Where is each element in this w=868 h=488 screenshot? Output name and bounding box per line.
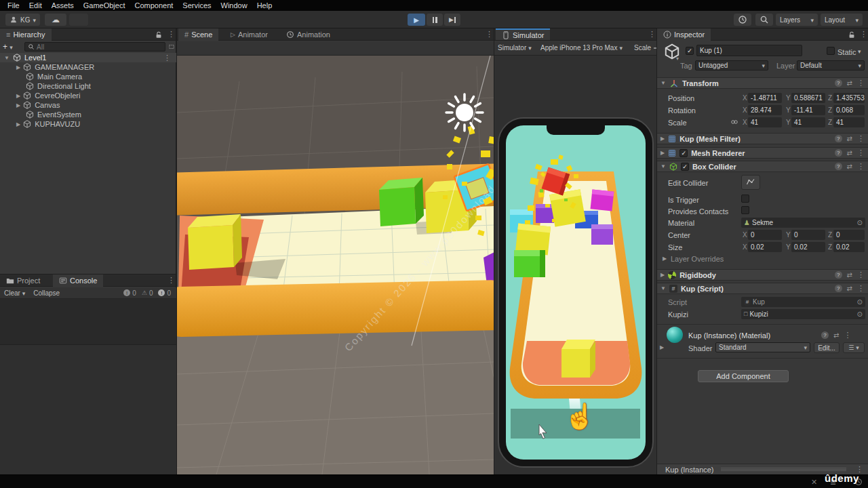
- console-log-list[interactable]: [0, 299, 176, 344]
- rotation-x-field[interactable]: 28.474: [748, 105, 782, 115]
- foldout-icon[interactable]: ▶: [663, 256, 667, 262]
- help-icon[interactable]: ?: [835, 79, 842, 87]
- tree-item-eventsystem[interactable]: EventSystem: [0, 110, 176, 119]
- tab-scene[interactable]: #Scene: [178, 28, 218, 41]
- scene-row-level1[interactable]: ▼ Level1: [0, 53, 176, 62]
- scene-menu-icon[interactable]: [163, 54, 171, 62]
- hierarchy-menu-icon[interactable]: [167, 30, 175, 39]
- warning-count-badge[interactable]: ⚠0: [142, 289, 153, 297]
- lock-icon[interactable]: [848, 30, 856, 39]
- layer-overrides-label[interactable]: Layer Overrides: [671, 255, 724, 263]
- menu-help[interactable]: Help: [252, 1, 277, 9]
- clear-button[interactable]: Clear: [4, 289, 25, 297]
- preset-icon[interactable]: ⇄: [847, 163, 852, 170]
- info-count-badge[interactable]: !0: [123, 289, 136, 297]
- foldout-icon[interactable]: ▶: [16, 93, 20, 99]
- enabled-checkbox[interactable]: [681, 163, 689, 171]
- foldout-icon[interactable]: ▼: [4, 55, 9, 61]
- component-menu-icon[interactable]: [857, 134, 865, 143]
- simulator-menu-icon[interactable]: [648, 30, 656, 39]
- is-trigger-checkbox[interactable]: [741, 195, 749, 203]
- search-everywhere-button[interactable]: [755, 14, 773, 26]
- tab-inspector[interactable]: Inspector: [657, 28, 711, 41]
- inspector-menu-icon[interactable]: [860, 30, 867, 39]
- tree-item-gamemanager[interactable]: ▶GAMEMANAGER: [0, 62, 176, 72]
- foldout-icon[interactable]: ▶: [16, 102, 20, 108]
- help-icon[interactable]: ?: [821, 331, 829, 339]
- tree-item-canvas[interactable]: ▶Canvas: [0, 100, 176, 110]
- provides-contacts-checkbox[interactable]: [741, 206, 749, 214]
- component-menu-icon[interactable]: [844, 331, 851, 340]
- help-icon[interactable]: ?: [835, 163, 842, 170]
- layout-dropdown[interactable]: Layout: [821, 14, 863, 26]
- hierarchy-search-input[interactable]: [37, 43, 145, 51]
- scale-x-field[interactable]: 41: [748, 117, 782, 127]
- menu-gameobject[interactable]: GameObject: [79, 1, 130, 9]
- menu-edit[interactable]: Edit: [24, 1, 47, 9]
- lock-icon[interactable]: [155, 30, 163, 39]
- foldout-icon[interactable]: ▼: [660, 285, 666, 291]
- foldout-icon[interactable]: ▶: [16, 121, 20, 127]
- add-component-button[interactable]: Add Component: [698, 370, 789, 382]
- tab-console[interactable]: Console: [53, 274, 103, 287]
- position-y-field[interactable]: 0.588671: [791, 93, 825, 103]
- error-count-badge[interactable]: !0: [158, 289, 171, 297]
- preset-icon[interactable]: ⇄: [847, 271, 852, 279]
- help-icon[interactable]: ?: [835, 149, 842, 157]
- shader-edit-button[interactable]: Edit...: [814, 342, 840, 353]
- kupizi-object-field[interactable]: □Kupizi⊙: [741, 309, 865, 319]
- material-options-button[interactable]: ☰: [843, 342, 865, 353]
- component-menu-icon[interactable]: [857, 148, 865, 157]
- position-x-field[interactable]: -1.48711: [748, 93, 782, 103]
- tab-project[interactable]: Project: [0, 274, 46, 287]
- icon-picker-caret[interactable]: ▾: [676, 56, 679, 62]
- menu-services[interactable]: Services: [178, 1, 216, 9]
- center-x-field[interactable]: 0: [748, 230, 782, 240]
- foldout-icon[interactable]: ▶: [660, 150, 665, 156]
- pause-button[interactable]: [427, 14, 443, 26]
- center-z-field[interactable]: 0: [833, 230, 865, 240]
- menu-window[interactable]: Window: [216, 1, 252, 9]
- create-object-button[interactable]: +: [3, 42, 13, 52]
- drag-handle[interactable]: [721, 468, 846, 471]
- undo-history-button[interactable]: [734, 14, 751, 26]
- tab-simulator[interactable]: Simulator: [496, 28, 550, 40]
- help-icon[interactable]: ?: [835, 135, 842, 142]
- enabled-checkbox[interactable]: [679, 149, 688, 157]
- tab-animation[interactable]: Animation: [280, 28, 336, 41]
- shader-dropdown[interactable]: Standard: [715, 342, 810, 352]
- phone-screen-game-view[interactable]: ☝: [506, 125, 646, 460]
- console-menu-icon[interactable]: [167, 276, 175, 285]
- foldout-icon[interactable]: ▶: [16, 64, 20, 70]
- physic-material-field[interactable]: ♟Sekme⊙: [741, 218, 865, 228]
- debugger-icon[interactable]: ✕: [811, 478, 817, 487]
- static-caret-icon[interactable]: [858, 47, 861, 55]
- component-menu-icon[interactable]: [857, 162, 865, 171]
- tag-dropdown[interactable]: Untagged: [695, 60, 768, 70]
- position-z-field[interactable]: 1.435753: [833, 93, 865, 103]
- box-collider-header[interactable]: ▼ Box Collider ?⇄: [657, 161, 868, 172]
- script-object-field[interactable]: #Kup⊙: [741, 297, 865, 307]
- mesh-renderer-header[interactable]: ▶ Mesh Renderer ?⇄: [657, 147, 868, 159]
- transform-header[interactable]: ▼ Transform ?⇄: [657, 77, 868, 89]
- static-checkbox[interactable]: [827, 47, 835, 55]
- foldout-icon[interactable]: ▶: [660, 272, 665, 278]
- foldout-icon[interactable]: ▼: [660, 163, 666, 169]
- tree-item-directional-light[interactable]: Directional Light: [0, 81, 176, 91]
- tab-hierarchy[interactable]: ≡ Hierarchy: [0, 28, 52, 41]
- foldout-icon[interactable]: ▼: [660, 80, 666, 86]
- component-menu-icon[interactable]: [857, 270, 865, 279]
- object-picker-icon[interactable]: ⊙: [857, 297, 863, 307]
- active-checkbox[interactable]: [686, 47, 694, 55]
- edit-collider-button[interactable]: [741, 175, 760, 190]
- rigidbody-header[interactable]: ▶ Rigidbody ?⇄: [657, 269, 868, 281]
- link-scale-icon[interactable]: [730, 118, 738, 126]
- help-icon[interactable]: ?: [835, 285, 842, 292]
- collapse-button[interactable]: Collapse: [33, 289, 60, 297]
- center-y-field[interactable]: 0: [791, 230, 825, 240]
- tree-item-kuphavuzu[interactable]: ▶KUPHAVUZU: [0, 119, 176, 129]
- material-preview-sphere[interactable]: [667, 327, 683, 343]
- preset-icon[interactable]: ⇄: [833, 331, 839, 339]
- layers-dropdown[interactable]: Layers: [776, 14, 818, 26]
- preset-icon[interactable]: ⇄: [847, 135, 852, 142]
